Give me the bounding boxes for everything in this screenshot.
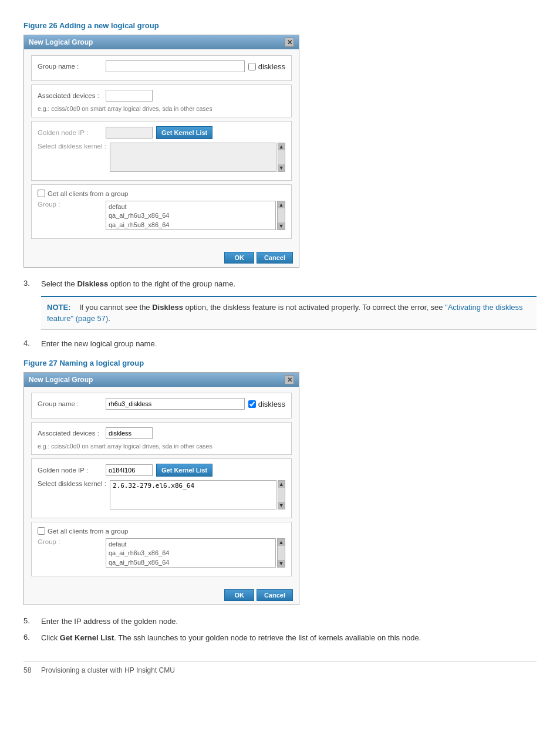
get-all-clients-label-2: Get all clients from a group — [48, 528, 128, 535]
ok-btn-2[interactable]: OK — [224, 589, 254, 601]
footer-text: Provisioning a cluster with HP Insight C… — [41, 666, 175, 674]
note-box: NOTE: If you cannot see the Diskless opt… — [41, 296, 537, 330]
kernel-scrollbar-2[interactable]: ▲ ▼ — [278, 480, 285, 509]
assoc-devices-label-1: Associated devices : — [38, 92, 102, 99]
group-item-2-0[interactable]: defaut — [109, 540, 273, 549]
diskless-label-1: diskless — [258, 62, 285, 71]
note-bold: Diskless — [152, 303, 183, 312]
dialog26-title: New Logical Group — [29, 38, 93, 46]
page-footer: 58 Provisioning a cluster with HP Insigh… — [23, 661, 537, 674]
golden-node-label-2: Golden node IP : — [38, 467, 102, 474]
assoc-devices-input-1[interactable] — [106, 90, 153, 102]
step5-text: Enter the IP address of the golden node. — [41, 616, 178, 627]
figure27-title: Figure 27 Naming a logical group — [23, 359, 537, 367]
dialog26-titlebar: New Logical Group ✕ — [24, 35, 299, 49]
golden-node-input-1[interactable] — [106, 127, 153, 139]
step4-num: 4. — [23, 338, 35, 350]
step3-bold: Diskless — [77, 279, 108, 288]
select-kernel-label-2: Select diskless kernel : — [38, 480, 106, 487]
group-list-label-1: Group : — [38, 201, 102, 208]
cancel-btn-1[interactable]: Cancel — [257, 252, 293, 264]
dialog27-footer: OK Cancel — [24, 586, 299, 605]
golden-node-label-1: Golden node IP : — [38, 129, 102, 136]
get-all-clients-checkbox-2[interactable] — [38, 527, 45, 535]
select-kernel-label-1: Select diskless kernel : — [38, 143, 106, 150]
assoc-devices-label-2: Associated devices : — [38, 430, 102, 437]
group-item-2-2[interactable]: qa_ai_rh5u8_x86_64 — [109, 558, 273, 567]
group-listbox-1[interactable]: defaut qa_ai_rh6u3_x86_64 qa_ai_rh5u8_x8… — [106, 201, 276, 230]
group-item-1-0[interactable]: defaut — [109, 202, 273, 211]
group-item-1-1[interactable]: qa_ai_rh6u3_x86_64 — [109, 211, 273, 220]
assoc-devices-input-2[interactable] — [106, 427, 153, 439]
group-list-label-2: Group : — [38, 538, 102, 545]
group-scrollbar-2[interactable]: ▲ ▼ — [277, 538, 285, 568]
assoc-devices-hint-1: e.g.: cciss/c0d0 on smart array logical … — [38, 105, 285, 112]
step5-num: 5. — [23, 616, 35, 627]
kernel-scrollbar-1[interactable]: ▲ ▼ — [278, 143, 285, 172]
footer-page-num: 58 — [23, 666, 31, 674]
note-label: NOTE: — [47, 303, 70, 312]
diskless-checkbox-1[interactable] — [248, 63, 256, 70]
diskless-checkbox-2[interactable] — [248, 400, 256, 408]
group-listbox-2[interactable]: defaut qa_ai_rh6u3_x86_64 qa_ai_rh5u8_x8… — [106, 538, 276, 568]
group-item-1-2[interactable]: qa_ai_rh5u8_x86_64 — [109, 221, 273, 229]
step3-text: Select the Diskless option to the right … — [41, 278, 235, 290]
step4-text: Enter the new logical group name. — [41, 338, 157, 350]
step3-num: 3. — [23, 278, 35, 290]
note-content: NOTE: If you cannot see the Diskless opt… — [47, 302, 531, 325]
dialog26-close-btn[interactable]: ✕ — [285, 38, 294, 47]
get-all-clients-checkbox-1[interactable] — [38, 190, 45, 197]
dialog27-title: New Logical Group — [29, 376, 93, 384]
step6-bold: Get Kernel List — [60, 633, 114, 642]
golden-node-input-2[interactable] — [106, 464, 153, 476]
group-name-input-1[interactable] — [106, 60, 245, 72]
dialog-figure26: New Logical Group ✕ Group name : diskles… — [23, 35, 299, 268]
group-item-2-1[interactable]: qa_ai_rh6u3_x86_64 — [109, 549, 273, 558]
figure26-title: Figure 26 Adding a new logical group — [23, 21, 537, 30]
dialog26-footer: OK Cancel — [24, 248, 299, 267]
kernel-textarea-2[interactable]: 2.6.32-279.el6.x86_64 — [110, 480, 276, 509]
ok-btn-1[interactable]: OK — [224, 252, 254, 264]
get-all-clients-label-1: Get all clients from a group — [48, 190, 128, 197]
note-link[interactable]: "Activating the diskless feature" (page … — [47, 303, 523, 323]
group-name-label-2: Group name : — [38, 400, 102, 407]
step6-num: 6. — [23, 632, 35, 644]
dialog27-titlebar: New Logical Group ✕ — [24, 373, 299, 387]
group-scrollbar-1[interactable]: ▲ ▼ — [277, 201, 285, 230]
get-kernel-btn-2[interactable]: Get Kernel List — [156, 464, 212, 477]
group-name-label-1: Group name : — [38, 63, 102, 70]
assoc-devices-hint-2: e.g.: cciss/c0d0 on smart array logical … — [38, 443, 285, 450]
dialog-figure27: New Logical Group ✕ Group name : diskles… — [23, 372, 299, 605]
group-name-input-2[interactable] — [106, 398, 245, 410]
cancel-btn-2[interactable]: Cancel — [257, 589, 293, 601]
dialog27-close-btn[interactable]: ✕ — [285, 375, 294, 384]
diskless-label-2: diskless — [258, 400, 285, 409]
kernel-textarea-1[interactable] — [110, 143, 276, 172]
step6-text: Click Get Kernel List. The ssh launches … — [41, 632, 421, 644]
get-kernel-btn-1[interactable]: Get Kernel List — [156, 126, 212, 139]
